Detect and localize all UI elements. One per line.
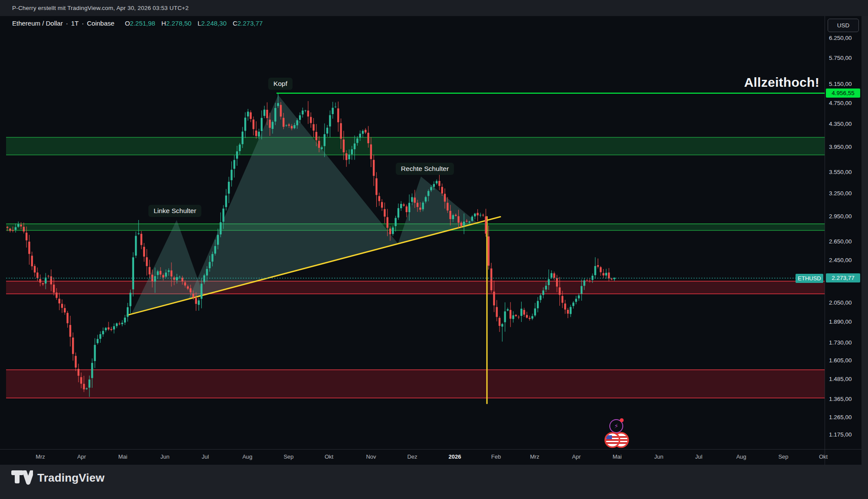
support-zone-lower[interactable] (6, 370, 825, 398)
time-axis-label: Jul (685, 453, 713, 460)
separator: · (66, 20, 68, 27)
candle (474, 213, 476, 219)
symbol-name[interactable]: Ethereum / Dollar (12, 20, 63, 27)
price-axis-label: 4.750,00 (829, 100, 852, 106)
candle (220, 213, 221, 237)
candle (477, 209, 478, 221)
candle (378, 193, 380, 206)
candle (99, 332, 101, 343)
candle (375, 172, 377, 207)
candle (518, 315, 519, 319)
candle (373, 154, 375, 186)
candle (263, 106, 265, 118)
tradingview-glyph-icon (11, 470, 33, 485)
candle (343, 131, 345, 160)
price-axis-label: 4.350,00 (829, 121, 852, 127)
candle (575, 296, 577, 304)
candle (108, 322, 109, 331)
candle (244, 112, 246, 138)
candle (31, 252, 33, 270)
candle (146, 249, 148, 276)
candle (94, 338, 95, 368)
candle (605, 269, 607, 279)
ohlc-readout: O2.251,98 H2.278,50 L2.248,30 C2.273,77 (121, 20, 263, 27)
candle (570, 305, 572, 317)
time-axis-label: Mrz (26, 453, 54, 460)
linke-schulter-label[interactable]: Linke Schulter (148, 205, 201, 217)
candle (228, 177, 230, 203)
candle (602, 269, 604, 278)
candle (482, 213, 484, 217)
attribution-bar: P-Cherry erstellt mit TradingView.com, A… (0, 0, 868, 16)
candle (312, 118, 314, 137)
price-axis-label: 2.650,00 (829, 238, 852, 245)
flag-coins-icon (604, 432, 631, 449)
candle (75, 352, 76, 371)
time-axis[interactable]: MrzAprMaiJunJulAugSepOktNovDez2026FebMrz… (0, 449, 861, 465)
candle (398, 204, 399, 220)
symbol-price-tag: ETHUSD (796, 274, 823, 283)
candle (381, 199, 383, 211)
price-axis-label: 6.250,00 (829, 35, 852, 41)
time-axis-label: Sep (275, 453, 302, 460)
price-axis-label: 1.265,00 (829, 414, 852, 420)
ath-price-tag: 4.956,55 (826, 89, 860, 98)
candle (34, 264, 36, 277)
candle (539, 294, 541, 303)
candle (329, 111, 331, 138)
candle (515, 314, 517, 317)
candle (504, 302, 506, 332)
close-value: 2.273,77 (237, 20, 263, 27)
time-axis-label: Jun (645, 453, 673, 460)
kopf-label[interactable]: Kopf (268, 78, 293, 90)
last-price-tag: 2.273,77 (826, 273, 860, 282)
head-triangle[interactable] (188, 95, 398, 299)
candle (335, 102, 336, 108)
candle (507, 308, 509, 312)
support-zone-upper[interactable] (6, 281, 825, 294)
candle (59, 292, 60, 310)
candle (326, 125, 328, 137)
candle (384, 203, 385, 223)
rechte-schulter-label[interactable]: Rechte Schulter (396, 163, 454, 175)
frame-margin (861, 16, 868, 499)
allzeithoch-annotation[interactable]: Allzeithoch! (744, 75, 819, 90)
candle (499, 316, 500, 332)
candle (510, 302, 511, 327)
resistance-zone-upper[interactable] (6, 138, 825, 155)
time-axis-label: Apr (68, 453, 95, 460)
candle (608, 268, 610, 282)
time-axis-label: Mai (603, 453, 631, 460)
price-axis-label: 2.950,00 (829, 213, 852, 220)
candle (332, 102, 334, 119)
candle (124, 315, 126, 325)
time-axis-label: Aug (233, 453, 261, 460)
candle (118, 322, 120, 325)
candle (597, 259, 599, 269)
exchange-name[interactable]: Coinbase (87, 20, 114, 27)
interval-value[interactable]: 1T (71, 20, 79, 27)
candle (116, 322, 118, 328)
tradingview-wordmark: TradingView (37, 471, 105, 485)
candle (102, 328, 104, 337)
time-axis-label: Dez (398, 453, 426, 460)
currency-toggle-button[interactable]: USD (828, 19, 859, 32)
price-axis[interactable]: USD 6.250,005.750,005.150,004.750,004.35… (825, 16, 862, 465)
candle (537, 297, 539, 312)
candlestick-chart[interactable] (0, 0, 868, 499)
candle (501, 323, 503, 341)
candle (97, 335, 99, 345)
candle (247, 109, 249, 121)
symbol-header[interactable]: Ethereum / Dollar · 1T · Coinbase O2.251… (12, 20, 263, 27)
us-economic-event-icon[interactable] (604, 432, 631, 451)
tradingview-logo[interactable]: TradingView (11, 470, 105, 485)
candle (488, 226, 490, 269)
notification-dot (620, 418, 624, 422)
candle (69, 316, 71, 347)
idea-event-icon[interactable]: ⚡ (609, 419, 623, 433)
candle (531, 314, 533, 320)
time-axis-label: Sep (769, 453, 797, 460)
time-axis-label: Jun (151, 453, 179, 460)
candle (496, 300, 498, 321)
candle (253, 117, 254, 136)
